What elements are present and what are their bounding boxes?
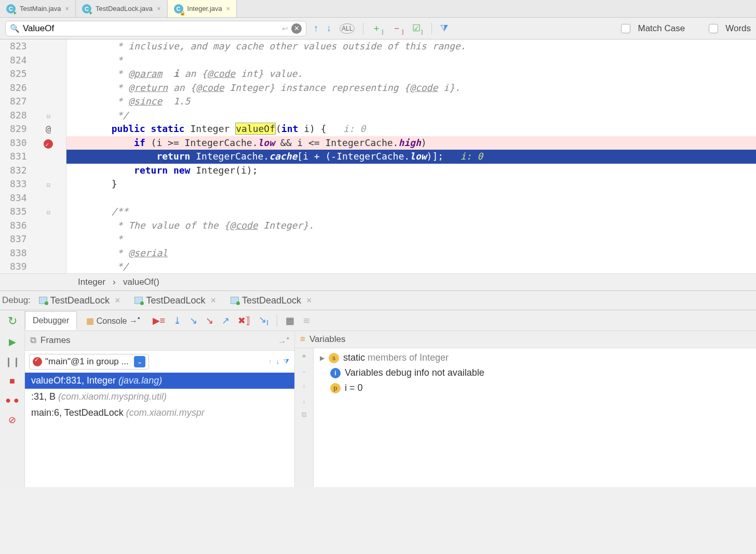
clear-search-icon[interactable]: ✕	[291, 23, 302, 34]
step-out-icon[interactable]: ↗	[222, 315, 230, 326]
line-numbers: 8238248258268278288298308318328338348358…	[0, 39, 31, 273]
close-icon[interactable]: ×	[306, 295, 312, 306]
gutter-marks[interactable]: ⊟@⊟⊟	[31, 39, 66, 273]
find-actions: ↑ ↓ ALL ＋⟧ －⟧ ☑⟧ ⧩	[314, 22, 448, 35]
find-bar: 🔍 ↩ ✕ ↑ ↓ ALL ＋⟧ －⟧ ☑⟧ ⧩ Match Case Word…	[0, 18, 756, 39]
java-class-icon: C	[6, 4, 16, 14]
step-over-icon[interactable]: ⤓	[173, 315, 181, 326]
debug-toolbar: Debugger ▦ Console →• ▶≡ ⤓ ↘ ↘ ↗ ✖⟧ ↘I ▦…	[25, 310, 756, 331]
debug-label: Debug:	[2, 295, 31, 306]
find-input-wrap[interactable]: 🔍 ↩ ✕	[5, 21, 306, 36]
filter-frames-icon[interactable]: ⧩	[284, 358, 289, 366]
tab-debugger[interactable]: Debugger	[25, 311, 77, 330]
variables-title: Variables	[309, 334, 346, 345]
java-class-icon: C	[174, 4, 183, 14]
match-case-checkbox[interactable]	[621, 24, 630, 33]
gutter: 8238248258268278288298308318328338348358…	[0, 39, 66, 273]
variable-row[interactable]: iVariables debug info not available	[320, 367, 750, 378]
variables-list[interactable]: ▶sstatic members of IntegeriVariables de…	[314, 348, 756, 487]
var-badge-icon: i	[330, 368, 341, 378]
variables-panel: ≡ Variables ＋ － ↑ ↓ ⧉ ▶sstatic members o…	[295, 331, 756, 487]
frames-title: Frames	[40, 335, 71, 346]
close-icon[interactable]: ×	[226, 5, 231, 12]
copy-watch-icon[interactable]: ⧉	[302, 411, 306, 419]
tab-label: Integer.java	[187, 5, 222, 12]
resume-icon[interactable]: ▶	[9, 336, 16, 348]
debug-config-tab[interactable]: TestDeadLock×	[134, 295, 216, 306]
frames-icon: ⧉	[30, 335, 36, 346]
add-selection-icon[interactable]: ＋⟧	[372, 22, 384, 35]
breadcrumb-class[interactable]: Integer	[78, 277, 105, 287]
variable-row[interactable]: ▶sstatic members of Integer	[320, 352, 750, 363]
down-watch-icon[interactable]: ↓	[302, 397, 306, 404]
frames-restore-icon[interactable]: →•	[278, 334, 289, 347]
breakpoint-icon[interactable]	[44, 139, 53, 149]
next-match-icon[interactable]: ↓	[327, 23, 331, 34]
frame-nav: ↑ ↓ ⧩	[268, 358, 289, 366]
breadcrumb-method[interactable]: valueOf()	[123, 277, 159, 287]
prev-frame-icon[interactable]: ↑	[268, 358, 272, 365]
close-icon[interactable]: ×	[157, 5, 161, 12]
close-icon[interactable]: ×	[115, 295, 120, 306]
code-lines[interactable]: * inclusive, and may cache other values …	[66, 39, 756, 273]
mute-breakpoints-icon[interactable]: ⊘	[8, 414, 16, 426]
prev-match-icon[interactable]: ↑	[314, 23, 318, 34]
editor-tabs: CTestMain.java×CTestDeadLock.java×CInteg…	[0, 0, 756, 18]
words-checkbox[interactable]	[709, 24, 718, 33]
breadcrumb-sep: ›	[113, 277, 116, 287]
variables-icon: ≡	[300, 334, 305, 345]
drop-frame-icon[interactable]: ✖⟧	[238, 315, 250, 326]
select-all-icon[interactable]: ALL	[340, 23, 355, 34]
stack-frame[interactable]: valueOf:831, Integer (java.lang)	[25, 373, 294, 389]
debug-pane: ↻ ▶ ❙❙ ■ ● ● ⊘ Debugger ▦ Console →• ▶≡ …	[0, 310, 756, 487]
search-icon: 🔍	[10, 24, 20, 33]
run-config-icon	[39, 297, 47, 304]
breadcrumb[interactable]: Integer › valueOf()	[0, 273, 756, 291]
stack-frame[interactable]: :31, B (com.xiaomi.myspring.util)	[25, 389, 294, 405]
thread-name: "main"@1 in group ...	[45, 357, 129, 367]
up-watch-icon[interactable]: ↑	[302, 382, 306, 390]
thread-selector[interactable]: "main"@1 in group ... ⌄	[29, 354, 149, 370]
trace-icon[interactable]: ≋	[303, 315, 310, 326]
frames-list[interactable]: valueOf:831, Integer (java.lang):31, B (…	[25, 373, 294, 487]
code-editor[interactable]: 8238248258268278288298308318328338348358…	[0, 39, 756, 273]
breakpoints-icon[interactable]: ● ●	[5, 395, 19, 406]
force-step-into-icon[interactable]: ↘	[206, 315, 213, 326]
expander-icon[interactable]: ▶	[320, 354, 325, 362]
editor-tab[interactable]: CTestDeadLock.java×	[76, 0, 167, 17]
step-into-icon[interactable]: ↘	[190, 315, 197, 326]
pause-icon[interactable]: ❙❙	[5, 356, 20, 367]
debug-configs-row: Debug: TestDeadLock×TestDeadLock×TestDea…	[0, 291, 756, 310]
select-occurrences-icon[interactable]: ☑⟧	[412, 22, 423, 35]
remove-selection-icon[interactable]: －⟧	[392, 22, 404, 35]
find-input[interactable]	[23, 23, 279, 34]
editor-tab[interactable]: CInteger.java×	[168, 0, 237, 17]
tab-label: TestMain.java	[20, 5, 61, 12]
new-watch-icon[interactable]: ＋	[301, 351, 307, 361]
debug-config-tab[interactable]: TestDeadLock×	[39, 295, 120, 306]
run-to-cursor-icon[interactable]: ↘I	[259, 314, 268, 327]
close-icon[interactable]: ×	[65, 5, 69, 12]
stack-frame[interactable]: main:6, TestDeadLock (com.xiaomi.myspr	[25, 405, 294, 421]
match-case-label: Match Case	[638, 23, 685, 34]
frames-panel: ⧉ Frames →• "main"@1 in group ... ⌄ ↑ ↓ …	[25, 331, 295, 487]
remove-watch-icon[interactable]: －	[301, 367, 307, 376]
close-icon[interactable]: ×	[211, 295, 217, 306]
run-config-icon	[134, 297, 143, 304]
var-badge-icon: p	[330, 383, 341, 393]
debug-side-toolbar: ↻ ▶ ❙❙ ■ ● ● ⊘	[0, 310, 25, 487]
enter-hint-icon: ↩	[282, 24, 288, 33]
debug-config-tab[interactable]: TestDeadLock×	[231, 295, 312, 306]
editor-tab[interactable]: CTestMain.java×	[0, 0, 76, 17]
thread-status-icon	[33, 357, 42, 366]
tab-console[interactable]: ▦ Console →•	[79, 310, 147, 330]
stop-icon[interactable]: ■	[9, 376, 15, 387]
evaluate-icon[interactable]: ▦	[286, 315, 294, 326]
variable-row[interactable]: pi = 0	[320, 382, 750, 393]
filter-icon[interactable]: ⧩	[440, 23, 448, 34]
chevron-down-icon[interactable]: ⌄	[134, 356, 145, 367]
next-frame-icon[interactable]: ↓	[276, 358, 280, 365]
show-execution-point-icon[interactable]: ▶≡	[153, 315, 166, 326]
tab-label: TestDeadLock.java	[96, 5, 153, 12]
rerun-icon[interactable]: ↻	[8, 314, 17, 328]
